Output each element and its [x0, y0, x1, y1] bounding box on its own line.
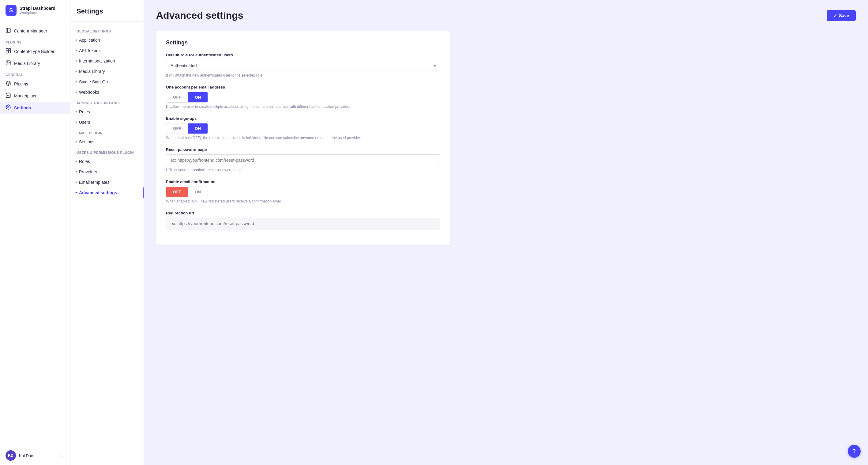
- marketplace-icon: [5, 92, 11, 99]
- sidebar-footer: KD Kai Doe ‹: [0, 446, 70, 465]
- sidebar-item-content-manager[interactable]: Content Manager: [0, 25, 70, 37]
- collapse-sidebar-button[interactable]: ‹: [57, 452, 65, 459]
- settings-nav-application[interactable]: Application: [70, 35, 144, 45]
- sidebar-nav: Content Manager PLUGINS Content-Type Bui…: [0, 21, 70, 446]
- email-confirmation-label: Enable email confirmation: [166, 179, 440, 184]
- field-email-confirmation: Enable email confirmation OFF ON When en…: [166, 179, 440, 203]
- one-account-toggle: OFF ON: [166, 92, 208, 103]
- one-account-on-button[interactable]: ON: [188, 92, 208, 102]
- one-account-label: One account per email address: [166, 85, 440, 89]
- section-label-users-permissions: USERS & PERMISSIONS PLUGIN: [70, 147, 144, 156]
- svg-rect-4: [6, 51, 8, 53]
- default-role-select-wrapper: AuthenticatedPublic ▾: [166, 60, 440, 71]
- app-workspace: Workplace: [20, 11, 55, 15]
- plugins-icon: [5, 81, 11, 87]
- default-role-label: Default role for authenticated users: [166, 53, 440, 57]
- sidebar-item-label: Plugins: [14, 82, 28, 86]
- settings-nav-email-settings[interactable]: Settings: [70, 137, 144, 147]
- reset-password-hint: URL of your application's reset password…: [166, 168, 440, 172]
- one-account-off-button[interactable]: OFF: [166, 92, 188, 102]
- field-redirection-url: Redirection url: [166, 211, 440, 229]
- svg-rect-0: [6, 28, 10, 32]
- redirection-url-input[interactable]: [166, 218, 440, 229]
- section-label-admin: ADMINISTRATION PANEL: [70, 97, 144, 107]
- nav-section-general: GENERAL: [0, 69, 70, 78]
- sidebar: S Strapi Dashboard Workplace Content Man…: [0, 0, 70, 465]
- settings-nav-single-sign-on[interactable]: Single Sign-On: [70, 77, 144, 87]
- settings-nav-api-tokens[interactable]: API Tokens: [70, 45, 144, 56]
- one-account-hint: Disallow the user to create multiple acc…: [166, 105, 440, 109]
- main-header: Advanced settings ✓ Save: [156, 10, 856, 21]
- sidebar-item-settings[interactable]: Settings: [0, 102, 70, 114]
- sidebar-item-marketplace[interactable]: Marketplace: [0, 90, 70, 102]
- app-logo: S: [5, 5, 17, 16]
- svg-point-9: [8, 107, 9, 108]
- sidebar-item-label: Content Manager: [14, 28, 47, 33]
- help-button[interactable]: ?: [848, 445, 861, 458]
- redirection-url-label: Redirection url: [166, 211, 440, 215]
- settings-card: Settings Default role for authenticated …: [156, 31, 450, 245]
- card-title: Settings: [166, 39, 440, 46]
- sidebar-item-label: Media Library: [14, 61, 40, 66]
- settings-nav-roles[interactable]: Roles: [70, 107, 144, 117]
- sidebar-item-plugins[interactable]: Plugins: [0, 78, 70, 90]
- save-button[interactable]: ✓ Save: [827, 10, 856, 21]
- reset-password-label: Reset password page: [166, 147, 440, 152]
- settings-nav-media-library[interactable]: Media Library: [70, 66, 144, 77]
- sidebar-item-label: Content-Type Builder: [14, 49, 55, 54]
- section-label-global: GLOBAL SETTINGS: [70, 26, 144, 35]
- user-avatar: KD: [5, 450, 16, 461]
- main-content: Advanced settings ✓ Save Settings Defaul…: [144, 0, 868, 465]
- enable-signups-off-button[interactable]: OFF: [166, 123, 188, 134]
- svg-rect-3: [8, 49, 11, 51]
- section-label-email: EMAIL PLUGIN: [70, 127, 144, 137]
- email-confirmation-on-button[interactable]: ON: [188, 187, 208, 197]
- svg-rect-5: [8, 51, 11, 53]
- field-enable-signups: Enable sign-ups OFF ON When disabled (OF…: [166, 116, 440, 140]
- settings-nav-providers[interactable]: Providers: [70, 167, 144, 177]
- page-title: Advanced settings: [156, 10, 243, 21]
- enable-signups-on-button[interactable]: ON: [188, 123, 208, 134]
- svg-point-7: [7, 62, 8, 62]
- sidebar-header: S Strapi Dashboard Workplace: [0, 0, 70, 21]
- svg-rect-2: [6, 49, 8, 51]
- settings-nav-advanced-settings[interactable]: Advanced settings: [70, 187, 144, 198]
- default-role-hint: It will attach the new authenticated use…: [166, 73, 440, 78]
- reset-password-input[interactable]: [166, 154, 440, 166]
- check-icon: ✓: [833, 13, 837, 18]
- enable-signups-toggle: OFF ON: [166, 123, 208, 134]
- email-confirmation-off-button[interactable]: OFF: [166, 187, 188, 197]
- app-name: Strapi Dashboard: [20, 6, 55, 11]
- enable-signups-hint: When disabled (OFF), the registration pr…: [166, 136, 440, 140]
- field-reset-password: Reset password page URL of your applicat…: [166, 147, 440, 172]
- sidebar-item-label: Settings: [14, 106, 31, 110]
- default-role-select[interactable]: AuthenticatedPublic: [166, 60, 440, 71]
- sidebar-item-media-library[interactable]: Media Library: [0, 57, 70, 69]
- content-manager-icon: [5, 28, 11, 34]
- settings-nav-users[interactable]: Users: [70, 117, 144, 127]
- content-type-builder-icon: [5, 48, 11, 55]
- email-confirmation-hint: When enabled (ON), new registered users …: [166, 199, 440, 203]
- settings-nav-internationalization[interactable]: Internationalization: [70, 56, 144, 66]
- nav-section-plugins: PLUGINS: [0, 37, 70, 45]
- enable-signups-label: Enable sign-ups: [166, 116, 440, 121]
- settings-nav-up-roles[interactable]: Roles: [70, 156, 144, 167]
- settings-panel-title: Settings: [70, 7, 144, 22]
- field-default-role: Default role for authenticated users Aut…: [166, 53, 440, 78]
- settings-panel: Settings GLOBAL SETTINGS Application API…: [70, 0, 144, 465]
- sidebar-item-label: Marketplace: [14, 93, 37, 98]
- settings-nav-email-templates[interactable]: Email templates: [70, 177, 144, 187]
- email-confirmation-toggle: OFF ON: [166, 186, 208, 197]
- settings-icon: [5, 105, 11, 111]
- settings-nav-webhooks[interactable]: Webhooks: [70, 87, 144, 97]
- media-library-icon: [5, 60, 11, 66]
- sidebar-item-content-type-builder[interactable]: Content-Type Builder: [0, 45, 70, 57]
- user-name: Kai Doe: [19, 453, 54, 458]
- field-one-account: One account per email address OFF ON Dis…: [166, 85, 440, 109]
